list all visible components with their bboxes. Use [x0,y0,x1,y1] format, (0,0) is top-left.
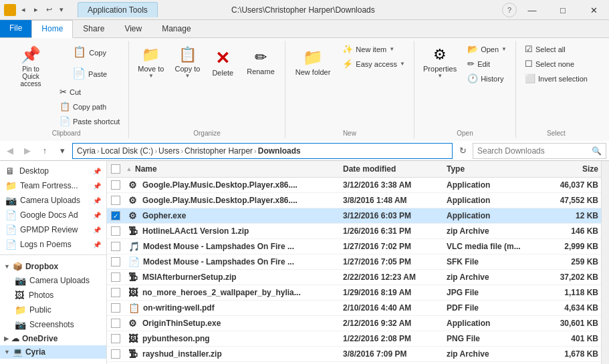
col-name-header[interactable]: Name [132,163,340,175]
file-row[interactable]: ✓ ⚙ Gopher.exe 3/12/2016 6:03 PM Applica… [107,208,601,224]
file-row[interactable]: 📋 on-writing-well.pdf 2/10/2016 4:40 AM … [107,301,601,316]
refresh-button[interactable]: ↻ [455,144,470,158]
edit-button[interactable]: ✏ Edit [463,57,511,71]
pin-gpmdp[interactable]: 📌 [93,226,101,234]
scrollbar[interactable] [601,161,609,364]
row-checkbox-1[interactable] [107,196,126,205]
checkbox-box-1[interactable] [111,196,120,205]
paste-shortcut-button[interactable]: 📄 Paste shortcut [55,114,124,128]
checkbox-box-11[interactable] [111,349,120,359]
back-arrow-btn[interactable]: ◂ [18,5,29,15]
up-button[interactable]: ↑ [37,144,52,158]
header-checkbox-box[interactable] [111,164,120,174]
close-button[interactable]: ✕ [578,0,609,20]
sidebar-item-screenshots[interactable]: 📷 Screenshots [0,317,106,332]
row-checkbox-9[interactable] [107,319,126,328]
checkbox-box-3[interactable] [111,226,120,236]
row-checkbox-4[interactable] [107,242,126,251]
undo-btn[interactable]: ↩ [43,5,54,15]
path-users[interactable]: Users [158,146,179,156]
cut-button[interactable]: ✂ Cut [55,85,124,99]
checkbox-box-6[interactable] [111,272,120,282]
copy-path-button[interactable]: 📋 Copy path [55,100,124,114]
maximize-button[interactable]: □ [547,0,578,20]
copy-button[interactable]: 📋 Copy [55,42,124,63]
sort-btn[interactable]: ▲ [126,166,132,172]
sidebar-item-team-fortress[interactable]: 📁 Team Fortress... 📌 [0,178,106,193]
file-row[interactable]: ⚙ Google.Play.Music.Desktop.Player.x86..… [107,178,601,193]
checkbox-box-2[interactable]: ✓ [111,211,120,220]
file-row[interactable]: 🖼 pybuntheson.png 1/22/2016 2:08 PM PNG … [107,331,601,347]
quick-access-icon[interactable] [4,4,16,16]
sidebar-item-camera-uploads2[interactable]: 📷 Camera Uploads [0,273,106,288]
tab-view[interactable]: View [114,20,152,37]
forward-button[interactable]: ▶ [20,144,35,158]
sidebar-item-photos[interactable]: 🖼 Photos [0,288,106,303]
pin-logs[interactable]: 📌 [93,241,101,248]
path-downloads[interactable]: Downloads [258,146,301,156]
file-row[interactable]: 🗜 MSIAfterburnerSetup.zip 2/22/2016 12:2… [107,270,601,285]
sidebar-item-logs[interactable]: 📄 Logs n Poems 📌 [0,237,106,252]
path-cyria[interactable]: Cyria [77,146,96,156]
help-button[interactable]: ? [502,3,517,17]
new-item-button[interactable]: ✨ New item ▼ [338,42,410,56]
invert-selection-button[interactable]: ⬜ Invert selection [520,71,592,85]
paste-button[interactable]: 📄 Paste [55,63,124,84]
checkbox-box-9[interactable] [111,319,120,328]
select-all-button[interactable]: ☑ Select all [520,42,592,56]
minimize-button[interactable]: — [517,0,547,20]
checkbox-box-10[interactable] [111,334,120,343]
sidebar-item-camera-uploads[interactable]: 📷 Camera Uploads 📌 [0,193,106,208]
sidebar-item-gpmdp[interactable]: 📄 GPMDP Review 📌 [0,222,106,237]
easy-access-button[interactable]: ⚡ Easy access ▼ [338,57,410,71]
pin-desktop[interactable]: 📌 [93,168,101,175]
pin-to-quick-access-button[interactable]: 📌 Pin to Quick access [8,42,53,91]
open-button[interactable]: 📂 Open ▼ [463,42,511,56]
checkbox-box-0[interactable] [111,180,120,190]
copy-to-button[interactable]: 📋 Copy to ▼ [170,42,205,82]
pin-tf[interactable]: 📌 [93,182,101,190]
checkbox-box-7[interactable] [111,288,120,297]
tab-home[interactable]: Home [31,20,73,38]
col-date-header[interactable]: Date modified [340,163,444,175]
sidebar-dropbox-header[interactable]: ▼ 📦 Dropbox [0,260,106,273]
pin-cu[interactable]: 📌 [93,197,101,204]
tab-file[interactable]: File [0,20,31,37]
checkbox-box-4[interactable] [111,242,120,251]
path-local-disk[interactable]: Local Disk (C:) [101,146,154,156]
file-row[interactable]: 🖼 no_more_heroes_2_wallpaper_by_hylia...… [107,285,601,301]
back-button[interactable]: ◀ [3,144,17,158]
address-path[interactable]: Cyria › Local Disk (C:) › Users › Christ… [72,143,453,159]
file-row[interactable]: 🎵 Modest Mouse - Lampshades On Fire ... … [107,239,601,254]
header-checkbox[interactable] [107,164,126,174]
sidebar-item-desktop[interactable]: 🖥 Desktop 📌 [0,164,106,178]
delete-button[interactable]: ✕ Delete [206,42,239,82]
row-checkbox-5[interactable] [107,257,126,266]
row-checkbox-0[interactable] [107,180,126,190]
select-none-button[interactable]: ☐ Select none [520,57,592,71]
row-checkbox-6[interactable] [107,272,126,282]
properties-button[interactable]: ⚙ Properties ▼ [418,42,461,82]
dropdown-btn[interactable]: ▾ [56,5,67,15]
move-to-button[interactable]: 📁 Move to ▼ [133,42,168,82]
row-checkbox-3[interactable] [107,226,126,236]
row-checkbox-10[interactable] [107,334,126,343]
path-christopher[interactable]: Christopher Harper [185,146,253,156]
recent-btn[interactable]: ▾ [55,144,70,158]
col-type-header[interactable]: Type [444,163,541,175]
sidebar-cyria-header[interactable]: ▼ 💻 Cyria [0,345,106,359]
forward-arrow-btn[interactable]: ▸ [31,5,41,15]
sidebar-item-google-docs[interactable]: 📄 Google Docs Ad 📌 [0,208,106,222]
row-checkbox-8[interactable] [107,303,126,313]
file-row[interactable]: 📄 Modest Mouse - Lampshades On Fire ... … [107,254,601,270]
search-input[interactable] [477,146,592,156]
new-folder-button[interactable]: 📁 New folder [289,42,337,82]
sidebar-item-public[interactable]: 📁 Public [0,303,106,317]
pin-gd[interactable]: 📌 [93,212,101,219]
file-row[interactable]: ⚙ OriginThinSetup.exe 2/12/2016 9:32 AM … [107,316,601,331]
tab-manage[interactable]: Manage [152,20,201,37]
rename-button[interactable]: ✏ Rename [241,42,281,82]
checkbox-box-8[interactable] [111,303,120,313]
col-size-header[interactable]: Size [541,163,601,175]
file-row[interactable]: 🗜 HotlineLAAct1 Version 1.zip 1/26/2016 … [107,224,601,239]
